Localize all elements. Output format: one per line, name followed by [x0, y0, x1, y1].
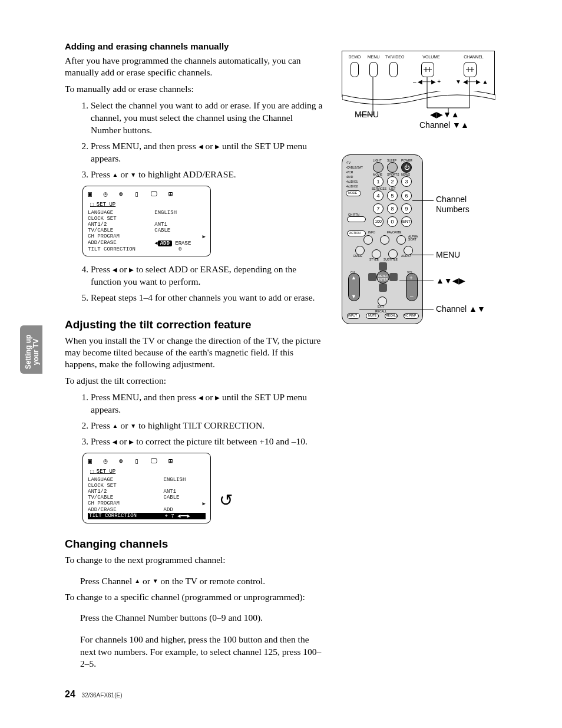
remote-device: •AUDIO1 [346, 180, 369, 183]
remote-diagram: •TV •CABLE/SAT •VCR •DVD •AUDIO1 •AUDIO2… [342, 154, 423, 324]
text: Press Channel [80, 576, 134, 586]
remote-small-label: SUBTITLE [384, 258, 398, 261]
osd-icon-row: ▣ ◎ ⊚ ▯ 🖵 ⊞ [88, 457, 206, 466]
up-arrow-icon: ▲ [134, 577, 140, 585]
osd-cell: ANT1/2 [88, 222, 154, 228]
tilt-arrow-icon: ↺ [219, 490, 233, 510]
step: Press ▲ or ▼ to highlight ADD/ERASE. [91, 169, 324, 181]
info-round-button [363, 235, 373, 245]
osd-title: SET UP [97, 469, 115, 475]
text: Press [91, 169, 113, 179]
power-button: ⏻ [401, 162, 412, 173]
tv-panel-diagram: DEMO MENU TV/VIDEO VOLUME CHANNEL – ◀──▶… [342, 51, 495, 97]
right-arrow-icon: ▶ [215, 143, 220, 151]
num-100-button: 100 [373, 216, 384, 227]
osd-cell: LANGUAGE [88, 210, 154, 216]
remote-device: •VCR [346, 170, 369, 174]
mode-label: MODE [348, 191, 357, 195]
remote-small-label: INPUT [348, 314, 357, 317]
steps-add-erase: Select the channel you want to add or er… [65, 100, 324, 181]
text: or [118, 169, 131, 179]
osd-cell: ANT1/2 [88, 489, 164, 495]
text: or [140, 576, 153, 586]
text: Press [91, 420, 113, 430]
callout-channel-numbers: Channel Numbers [436, 195, 470, 215]
panel-caption-channel: Channel ▼▲ [419, 120, 469, 130]
heading-tilt: Adjusting the tilt correction feature [65, 318, 324, 331]
remote-small-label: ALPHA SORT [408, 235, 420, 241]
callout-line [399, 281, 434, 281]
text: or [117, 436, 130, 446]
osd-cell-hl: + 7 ◀━━▶ [164, 513, 206, 519]
remote-device: •DVD [346, 175, 369, 179]
right-arrow-icon: ▶ [215, 394, 220, 402]
paragraph: To change to a specific channel (program… [65, 591, 324, 603]
down-arrow-icon: ▼ [130, 171, 136, 179]
menu-enter-button: MENU/ENTER [376, 271, 389, 284]
osd-cell: TV/CABLE [88, 228, 154, 233]
step: Press MENU, and then press ◀ or ▶ until … [91, 140, 324, 165]
channel-rocker: ▲ ▼ [348, 273, 360, 301]
osd-cell: CLOCK SET [88, 483, 164, 489]
step: Press MENU, and then press ◀ or ▶ until … [91, 391, 324, 416]
up-arrow-icon: ▲ [351, 275, 356, 281]
dpad-left [368, 273, 376, 281]
osd-cell: ANT1 [154, 222, 206, 228]
num-2-button: 2 [387, 176, 398, 187]
osd-icon-row: ▣ ◎ ⊚ ▯ 🖵 ⊞ [88, 190, 206, 199]
left-arrow-icon: ◀ [199, 143, 203, 151]
recall-label: RECALL [375, 309, 386, 313]
osd-cell: ENGLISH [154, 210, 206, 216]
paragraph: To change to the next programmed channel… [65, 554, 324, 566]
osd-cell: CABLE [154, 228, 206, 233]
remote-small-label: PIC PINP [404, 314, 416, 317]
step: Press ◀ or ▶ to select ADD or ERASE, dep… [91, 263, 324, 288]
text: Press [91, 264, 113, 274]
paragraph: Press the Channel Number buttons (0–9 an… [80, 612, 324, 624]
favorite-round-button [380, 235, 389, 245]
text: or [118, 420, 131, 430]
down-arrow-icon: ▼ [130, 422, 136, 430]
remote-small-label: CH RTN [348, 213, 359, 216]
vol-label: VOL [407, 271, 413, 274]
remote-small-label: SERVICES [372, 187, 386, 190]
num-4-button: 4 [373, 190, 384, 201]
num-7-button: 7 [373, 203, 384, 214]
ent-button: ENT [401, 216, 412, 227]
callout-line [359, 309, 434, 309]
heading-changing-channels: Changing channels [65, 538, 324, 551]
osd-cell: CABLE [164, 495, 206, 500]
paragraph: To manually add or erase channels: [65, 83, 324, 95]
volume-rocker: + – [406, 273, 418, 301]
text: Press MENU, and then press [91, 141, 199, 151]
text: to highlight ADD/ERASE. [136, 169, 236, 179]
text: or [203, 392, 216, 402]
text: Press MENU, and then press [91, 392, 199, 402]
section-tab: Setting up your TV [20, 325, 42, 374]
remote-small-label: STYLE [369, 258, 379, 261]
callout-arrows: ▲▼◀▶ [436, 276, 465, 286]
callout-line [408, 255, 434, 255]
step: Select the channel you want to add or er… [91, 100, 324, 137]
osd-setup-tilt: ▣ ◎ ⊚ ▯ 🖵 ⊞ ⬚ SET UP LANGUAGEENGLISH CLO… [82, 453, 211, 523]
text: on the TV or remote control. [158, 576, 266, 586]
paragraph: Press Channel ▲ or ▼ on the TV or remote… [80, 575, 324, 588]
dpad-right [389, 273, 398, 281]
osd-cell-hl: TILT CORRECTION [88, 513, 164, 519]
dpad-down [379, 284, 387, 292]
minus-icon: – [410, 293, 414, 299]
down-arrow-icon: ▼ [351, 294, 356, 299]
osd-cell [164, 483, 206, 489]
light-button [373, 162, 384, 173]
osd-cell: TV/CABLE [88, 495, 164, 500]
callout-line [412, 200, 434, 201]
steps-tilt: Press MENU, and then press ◀ or ▶ until … [65, 391, 324, 448]
remote-small-label: MUTE [368, 314, 376, 317]
left-arrow-icon: ◀ [199, 394, 203, 402]
text: to correct the picture tilt between +10 … [134, 436, 308, 446]
osd-cell: ADD [164, 507, 206, 513]
num-1-button: 1 [373, 176, 384, 187]
text: Press [91, 436, 113, 446]
callout-channel: Channel ▲▼ [436, 304, 485, 314]
remote-device: •CABLE/SAT [346, 166, 369, 169]
